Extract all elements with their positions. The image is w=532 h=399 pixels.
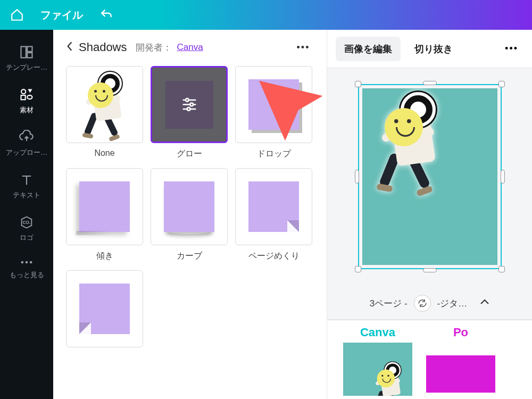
page-info-text-right: -ジタ…	[437, 297, 468, 310]
resize-handle-mt[interactable]	[423, 81, 437, 85]
svg-rect-0	[21, 47, 26, 58]
undo-button[interactable]	[96, 4, 117, 26]
shadow-tile-tilt[interactable]: 傾き	[66, 168, 143, 262]
home-button[interactable]	[6, 4, 28, 26]
sidebar-item-elements[interactable]: 素材	[0, 80, 53, 122]
tile-label: カーブ	[177, 251, 202, 262]
edit-image-button[interactable]: 画像を編集	[336, 37, 401, 61]
tile-label: グロー	[177, 148, 202, 160]
panel-title: Shadows	[79, 40, 127, 54]
resize-handle-tl[interactable]	[355, 81, 361, 87]
svg-point-6	[21, 261, 24, 264]
tile-thumb	[235, 66, 312, 143]
svg-point-10	[185, 98, 188, 102]
selection-box[interactable]	[353, 79, 507, 275]
resize-handle-br[interactable]	[498, 266, 505, 272]
sidebar-item-templates[interactable]: テンプレー…	[0, 37, 53, 80]
svg-point-12	[190, 103, 193, 106]
page-thumbnail-2[interactable]: Po	[426, 326, 495, 396]
shadow-tile-glow[interactable]: グロー	[151, 66, 228, 160]
panel-more-button[interactable]: •••	[293, 42, 314, 53]
collapse-pages-button[interactable]	[480, 298, 489, 308]
tile-thumb	[66, 270, 143, 347]
undo-icon	[99, 8, 113, 22]
selection-outline	[358, 84, 502, 269]
sidebar-item-logo[interactable]: CO. ロゴ	[0, 207, 53, 250]
tile-label: ドロップ	[257, 148, 291, 160]
svg-rect-1	[27, 47, 32, 52]
adjust-icon[interactable]	[180, 95, 198, 115]
svg-rect-4	[21, 95, 26, 99]
shadow-tile-extra[interactable]	[66, 270, 143, 353]
shadow-tile-pageflip[interactable]: ページめくり	[235, 168, 312, 262]
sidebar-item-uploads[interactable]: アップロー…	[0, 122, 53, 165]
sidebar-item-label: ロゴ	[20, 233, 34, 243]
chevron-up-icon	[480, 298, 489, 306]
tile-label: None	[94, 148, 114, 158]
sidebar-item-label: テンプレー…	[6, 63, 47, 72]
sidebar-item-more[interactable]: もっと見る	[0, 250, 53, 287]
sidebar-item-label: 素材	[20, 105, 34, 115]
page-info-text: 3ページ -	[370, 297, 408, 310]
resize-handle-ml[interactable]	[355, 170, 359, 184]
upload-icon	[19, 130, 34, 145]
tile-thumb	[151, 168, 228, 245]
sync-button[interactable]	[414, 295, 431, 312]
shadow-tile-curve[interactable]: カーブ	[151, 168, 228, 262]
sidebar-item-label: テキスト	[13, 190, 40, 200]
sidebar-item-text[interactable]: テキスト	[0, 165, 53, 207]
svg-point-7	[26, 261, 28, 264]
logo-icon: CO.	[19, 215, 34, 230]
shadow-tile-drop[interactable]: ドロップ	[235, 66, 312, 160]
resize-handle-tr[interactable]	[498, 81, 505, 87]
tile-thumb	[66, 66, 143, 143]
sidebar-item-label: アップロー…	[6, 148, 47, 157]
back-button[interactable]	[66, 41, 73, 54]
developer-label: 開発者：	[136, 41, 172, 54]
tile-thumb	[235, 168, 312, 245]
templates-icon	[19, 45, 34, 60]
home-icon	[10, 8, 24, 22]
svg-point-8	[30, 261, 32, 264]
toolbar-more-button[interactable]: •••	[500, 43, 523, 54]
sidebar-item-label: もっと見る	[10, 270, 44, 280]
effects-panel: Shadows 開発者： Canva ••• None	[53, 30, 327, 399]
thumb-label: Po	[453, 326, 468, 339]
tile-thumb	[151, 66, 228, 143]
chevron-left-icon	[66, 41, 73, 52]
svg-rect-2	[27, 53, 32, 57]
svg-point-3	[21, 89, 26, 94]
developer-link[interactable]: Canva	[177, 42, 203, 53]
tile-thumb	[66, 168, 143, 245]
thumb-label: Canva	[360, 326, 395, 339]
elements-icon	[19, 87, 34, 102]
resize-handle-mr[interactable]	[501, 170, 505, 184]
svg-point-14	[187, 107, 190, 111]
left-sidebar: テンプレー… 素材 アップロー… テキスト CO. ロゴ もっと見る	[0, 30, 53, 399]
file-menu[interactable]: ファイル	[40, 8, 83, 22]
resize-handle-bl[interactable]	[355, 266, 361, 272]
svg-text:CO.: CO.	[23, 220, 31, 225]
refresh-icon	[418, 298, 427, 308]
more-icon	[19, 257, 34, 267]
tile-label: ページめくり	[248, 251, 300, 262]
shadow-tile-none[interactable]: None	[66, 66, 143, 160]
tile-label: 傾き	[96, 251, 113, 262]
text-icon	[19, 172, 34, 187]
page-thumbnail-1[interactable]: Canva	[343, 326, 412, 396]
resize-handle-mb[interactable]	[423, 268, 437, 272]
crop-button[interactable]: 切り抜き	[406, 37, 461, 61]
